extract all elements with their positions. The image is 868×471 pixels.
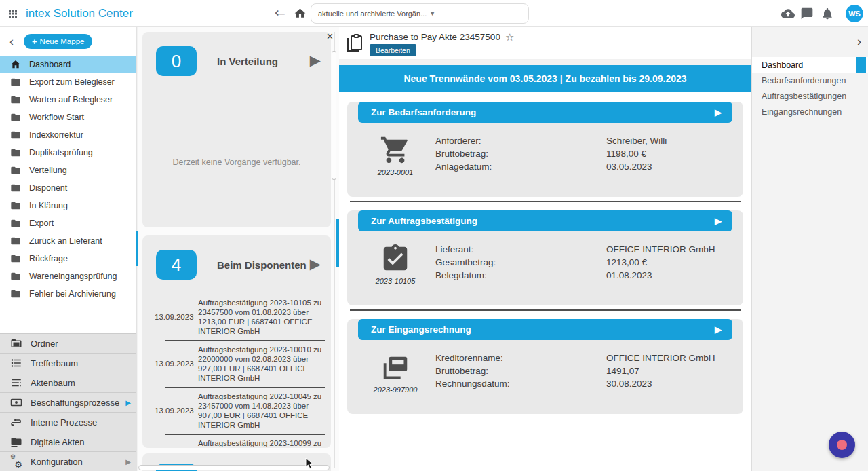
field-value: OFFICE INTERIOR GmbH [606,243,735,256]
sidebar-item-label: In Klärung [29,201,68,210]
cart-icon [380,134,411,163]
doc-icon-cell: 2023-0001 [355,134,435,176]
eingangsrechnung-button[interactable]: Zur Eingangsrechnung ▶ [358,319,732,340]
entry-date: 13.09.2023 [155,360,198,368]
field-label: Bruttobetrag: [435,147,606,160]
play-icon[interactable]: ▶ [310,53,321,67]
tab-auftragsbestaetigungen[interactable]: Auftragsbestätigungen [752,88,868,104]
field-value: 01.08.2023 [606,269,735,282]
field-label: Lieferant: [435,243,606,256]
list-item[interactable]: 13.09.2023 Auftragsbestätigung 2023-1001… [142,341,331,387]
menu-item-konfiguration[interactable]: ⚙⚙ Konfiguration ▶ [0,451,136,471]
sidebar-item-label: Duplikatsprüfung [29,148,93,157]
collapse-icon[interactable]: ⇐ [275,5,285,20]
widget-title: Beim Disponenten [217,259,307,271]
section-body: 2023-0001 Anforderer: Bruttobetrag: Anla… [347,134,743,176]
sidebar-item-label: Workflow Start [29,113,84,122]
menu-item-interne-prozesse[interactable]: Interne Prozesse [0,412,136,432]
sidebar-item-label: Verteilung [29,166,67,175]
apps-grid-icon[interactable] [7,7,19,20]
list-icon [10,357,22,369]
new-folder-button[interactable]: + Neue Mappe [24,34,92,49]
auftragsbestaetigung-button[interactable]: Zur Auftragsbestätigung ▶ [358,210,732,231]
search-input[interactable] [446,4,559,23]
sidebar-item-fehler-archivierung[interactable]: Fehler bei Archivierung [0,285,136,303]
section-bedarfsanforderung: Zur Bedarfsanforderung ▶ 2023-0001 Anfor… [347,102,743,197]
folder-icon [10,130,21,140]
doc-id: 2023-997900 [374,385,418,394]
widgets-scrollbar-thumb-blue[interactable] [336,219,339,267]
cloud-upload-icon[interactable] [781,7,795,20]
menu-item-beschaffungsprozesse[interactable]: Beschaffungsprozesse ▶ [0,392,136,412]
clipboard-check-icon [380,243,411,271]
chat-icon[interactable] [800,7,814,20]
sidebar-item-workflow-start[interactable]: Workflow Start [0,109,136,126]
bedarfsanforderung-button[interactable]: Zur Bedarfsanforderung ▶ [358,102,732,123]
field-labels: Kreditorenname: Bruttobetrag: Rechnungsd… [435,352,606,394]
list-item[interactable]: 13.09.2023 Auftragsbestätigung 2023-1010… [142,295,331,340]
sidebar-item-indexkorrektur[interactable]: Indexkorrektur [0,126,136,144]
widget-header: 0 In Verteilung ▶ [142,32,331,76]
tab-bedarfsanforderungen[interactable]: Bedarfsanforderungen [752,73,868,88]
akte-title: Purchase to Pay Akte 23457500 [370,32,500,42]
sidebar-scrollbar-thumb[interactable] [136,231,138,266]
submenu-arrow-icon[interactable]: ▶ [125,399,131,407]
bell-icon[interactable] [821,7,834,20]
widget-beim-disponenten: 4 Beim Disponenten ▶ 13.09.2023 Auftrags… [142,236,331,448]
sidebar-item-rueckfrage[interactable]: Rückfrage [0,250,136,267]
menu-item-aktenbaum[interactable]: Aktenbaum [0,373,136,392]
home-icon[interactable] [294,7,307,20]
widget-header: 4 Beim Disponenten ▶ [142,236,331,280]
sidebar-item-wareneingangspruefung[interactable]: Wareneingangsprüfung [0,267,136,285]
folder-icon [10,94,21,105]
widgets-horizontal-scrollbar[interactable] [138,465,330,470]
menu-item-digitale-akten[interactable]: Digitale Akten [0,432,136,451]
sidebar-item-warten[interactable]: Warten auf Belegleser [0,91,136,109]
search-scope-dropdown[interactable]: aktuelle und archivierte Vorgän... [311,10,429,18]
invoice-icon [380,352,411,380]
doc-icon-cell: 2023-10105 [355,243,435,285]
assistant-float-button[interactable] [829,432,855,458]
section-body: 2023-997900 Kreditorenname: Bruttobetrag… [347,352,743,394]
widget-in-verteilung: 0 In Verteilung ▶ Derzeit keine Vorgänge… [142,32,331,227]
field-value: OFFICE INTERIOR GmbH [606,352,735,364]
sidebar-bottom-menu: Ordner Trefferbaum Aktenbaum Beschaffung… [0,333,136,471]
menu-item-ordner[interactable]: Ordner [0,333,136,353]
close-icon[interactable]: ✕ [326,31,334,41]
sidebar-item-export-belegleser[interactable]: Export zum Belegleser [0,73,136,91]
tab-eingangsrechnungen[interactable]: Eingangsrechnungen [752,104,868,119]
home-icon [10,59,21,70]
tab-dashboard[interactable]: Dashboard [752,57,868,73]
sidebar-item-in-klaerung[interactable]: In Klärung [0,197,136,214]
doc-id: 2023-0001 [378,168,414,176]
star-icon[interactable]: ☆ [505,32,514,42]
list-item[interactable]: 13.09.2023 Auftragsbestätigung 2023-1009… [142,435,331,448]
play-icon[interactable]: ▶ [310,257,321,271]
submenu-arrow-icon[interactable]: ▶ [125,458,131,466]
field-values: OFFICE INTERIOR GmbH 1491,07 30.08.2023 [606,352,735,394]
widgets-scrollbar-thumb[interactable] [332,51,336,180]
edit-button[interactable]: Bearbeiten [370,44,416,56]
sidebar-item-duplikatspruefung[interactable]: Duplikatsprüfung [0,144,136,162]
plus-icon: + [32,37,37,47]
chevron-right-icon[interactable]: › [857,35,861,48]
chevron-left-icon[interactable]: ‹ [9,35,14,48]
menu-item-label: Interne Prozesse [31,417,97,428]
sidebar-item-disponent[interactable]: Disponent [0,179,136,197]
clipboard-icon [345,33,364,54]
active-indicator [856,57,866,73]
sidebar-item-verteilung[interactable]: Verteilung [0,162,136,179]
sidebar-item-zurueck-lieferant[interactable]: Zurück an Lieferant [0,232,136,250]
sidebar-item-dashboard[interactable]: Dashboard [0,56,136,73]
field-value: 1198,00 € [606,147,735,160]
chevron-down-icon[interactable]: ▼ [429,10,441,17]
menu-item-label: Trefferbaum [31,358,78,369]
button-label: Zur Eingangsrechnung [371,324,471,335]
list-item[interactable]: 13.09.2023 Auftragsbestätigung 2023-1004… [142,388,331,434]
avatar[interactable]: WS [846,5,863,22]
doc-icon-cell: 2023-997900 [355,352,435,394]
sidebar-item-export[interactable]: Export [0,214,136,232]
menu-item-trefferbaum[interactable]: Trefferbaum [0,353,136,373]
folder-icon [10,147,21,158]
count-badge: 0 [156,46,197,76]
